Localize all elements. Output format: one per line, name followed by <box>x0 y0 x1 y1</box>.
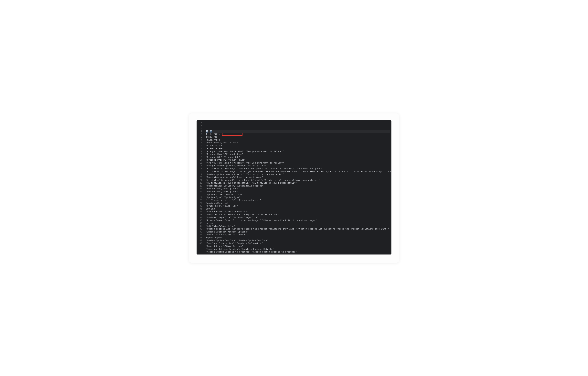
code-line[interactable]: "Max Characters","Max Characters" <box>206 210 390 213</box>
line-number: 18 <box>200 170 202 173</box>
line-number: 41 <box>200 236 202 239</box>
line-number: 10 <box>200 147 202 150</box>
line-number: 5 <box>200 133 202 136</box>
code-line[interactable]: "Customizable Options","Customizable Opt… <box>206 184 390 187</box>
line-number: 23 <box>200 184 202 187</box>
code-line[interactable]: "Something went wrong","Something went w… <box>206 176 390 179</box>
code-line[interactable]: Title,Title <box>206 133 390 136</box>
line-number: 8 <box>200 141 202 144</box>
outer-frame: 1234567891011121314151617181920212223242… <box>189 113 399 263</box>
line-number: 21 <box>200 179 202 182</box>
code-line[interactable]: "Price Type","Price Type" <box>206 204 390 207</box>
line-number: 2 <box>200 124 202 127</box>
line-number: 31 <box>200 207 202 211</box>
code-line[interactable]: "Custom option does not exist","Custom o… <box>206 173 390 176</box>
code-line[interactable]: "Assign Custom Options to Products","Ass… <box>206 251 390 254</box>
code-line[interactable]: "Import Options","Import Options" <box>206 231 390 234</box>
code-line[interactable]: "Are you sure want to delete?","Are you … <box>206 150 390 153</box>
code-line[interactable]: "A total of %1 record(s) have been delet… <box>206 179 390 182</box>
code-line[interactable]: Action,Action <box>206 144 390 147</box>
code-line[interactable]: "A total of %1 record(s) did not get Ass… <box>206 170 390 173</box>
line-number: 12 <box>200 153 202 156</box>
code-line[interactable]: "Add Value","Add Value" <box>206 225 390 228</box>
line-number: 4 <box>200 130 202 133</box>
code-line[interactable]: "Product Name","Product Name" <box>206 153 390 156</box>
line-number: 36 <box>200 222 202 225</box>
line-number-gutter: 1234567891011121314151617181920212223242… <box>197 120 204 255</box>
code-line[interactable]: Type,Type <box>206 136 390 139</box>
code-line[interactable]: "Are you sure want to Assign?","Are you … <box>206 161 390 164</box>
code-area[interactable]: ID,IDTitle,TitleType,TypePrice,Price"Sor… <box>204 120 391 255</box>
line-number: 39 <box>200 231 202 234</box>
line-number: 9 <box>200 144 202 147</box>
line-number: 6 <box>200 136 202 139</box>
code-line[interactable]: "Compatible File Extensions","Compatible… <box>206 213 390 216</box>
code-line[interactable]: "New Option","New Option" <box>206 190 390 193</box>
line-number: 37 <box>200 225 202 228</box>
code-line[interactable]: "-- Please select --","-- Please select … <box>206 199 390 202</box>
line-number: 22 <box>200 182 202 184</box>
code-line[interactable]: px.,px. <box>206 222 390 225</box>
line-number: 27 <box>200 196 202 199</box>
line-number: 24 <box>200 187 202 190</box>
code-line[interactable]: "Template Options Details","Template Opt… <box>206 248 390 251</box>
code-line[interactable]: Delete,Delete <box>206 147 390 150</box>
line-number: 38 <box>200 227 202 231</box>
line-number: 29 <box>200 202 202 205</box>
code-line[interactable]: "Please leave blank if it is not an imag… <box>206 219 390 222</box>
line-number: 25 <box>200 190 202 193</box>
code-line[interactable]: "%1 template(s) saved successfully","%1 … <box>206 182 390 184</box>
code-line[interactable]: "Option Title","Option Title" <box>206 193 390 196</box>
line-number: 43 <box>200 242 202 245</box>
line-number: 3 <box>200 127 202 130</box>
code-line[interactable]: "Sort Order","Sort Order" <box>206 141 390 144</box>
line-number: 7 <box>200 139 202 141</box>
code-line[interactable]: "Add Option","Add Option" <box>206 187 390 190</box>
code-line[interactable]: "Custom Option Template","Custom Option … <box>206 239 390 242</box>
code-line[interactable]: SKU,SKU <box>206 207 390 211</box>
line-number: 11 <box>200 150 202 153</box>
line-number: 33 <box>200 213 202 216</box>
line-number: 32 <box>200 210 202 213</box>
code-line[interactable]: Required,Required <box>206 202 390 205</box>
line-number: 17 <box>200 167 202 170</box>
code-line[interactable]: "Custom options let customers choose the… <box>206 227 390 231</box>
code-line[interactable]: "Product SKU","Product SKU" <box>206 156 390 159</box>
code-line[interactable]: ID,ID <box>206 130 390 133</box>
code-line[interactable]: "Option Type","Option Type" <box>206 196 390 199</box>
line-number: 30 <box>200 204 202 207</box>
code-line[interactable]: "Select Product","Select Product" <box>206 233 390 236</box>
line-number: 42 <box>200 239 202 242</box>
line-number: 14 <box>200 159 202 161</box>
line-number: 1 <box>200 121 202 124</box>
code-line[interactable]: "A total of %1 record(s) have been Assig… <box>206 167 390 170</box>
code-line[interactable]: Price,Price <box>206 139 390 141</box>
selected-text: ID <box>206 130 209 132</box>
line-number: 35 <box>200 219 202 222</box>
line-number: 28 <box>200 199 202 202</box>
code-line[interactable]: "Save Options","Save Options" <box>206 245 390 248</box>
line-number: 15 <box>200 161 202 164</box>
code-editor[interactable]: 1234567891011121314151617181920212223242… <box>197 120 391 255</box>
line-number: 16 <box>200 164 202 167</box>
line-number: 13 <box>200 156 202 159</box>
code-line[interactable]: "Maximum Image Size","Maximum Image Size… <box>206 216 390 219</box>
code-line[interactable]: "Manage Custom Options","Manage Custom O… <box>206 164 390 167</box>
code-line[interactable]: "Product Price","Product Price" <box>206 159 390 161</box>
line-number: 20 <box>200 176 202 179</box>
line-number: 26 <box>200 193 202 196</box>
code-line[interactable]: Import,Import <box>206 236 390 239</box>
line-number: 40 <box>200 233 202 236</box>
line-number: 19 <box>200 173 202 176</box>
line-number: 34 <box>200 216 202 219</box>
code-line[interactable]: "Template Information","Template Informa… <box>206 242 390 245</box>
